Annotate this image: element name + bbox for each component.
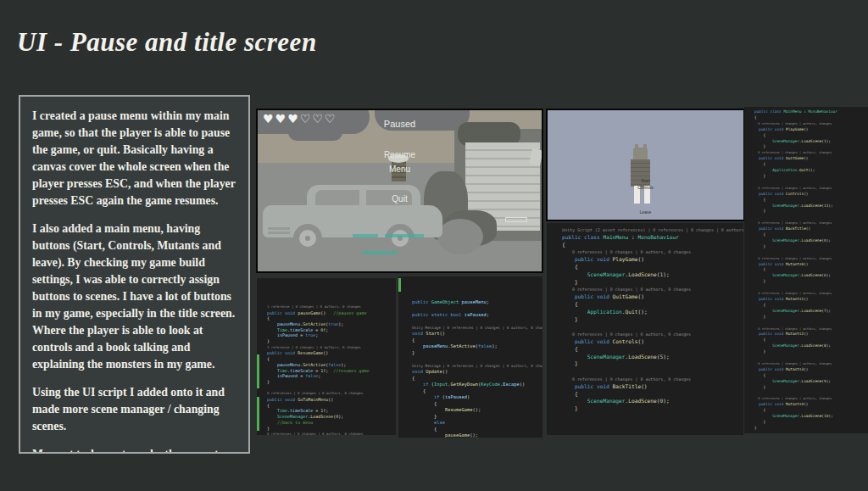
code-line: }: [754, 209, 868, 215]
code-line: Time.timeScale = 1f; //resumes game: [267, 368, 396, 374]
code-line: SceneManager.LoadScene(1);: [562, 271, 743, 279]
code-line: 0 references | 0 changes | 0 authors, 0 …: [562, 286, 743, 293]
code-line: Time.timeScale = 1f;: [267, 408, 396, 414]
code-line: if (Input.GetKeyDown(KeyCode.Escape)): [412, 382, 542, 388]
code-line: public void Controls(): [562, 338, 743, 346]
page: UI - Pause and title screen I created a …: [0, 0, 868, 491]
code-line: [754, 180, 868, 186]
code-line: SceneManager.LoadScene(10);: [754, 414, 868, 420]
debug-text-bar: [385, 234, 424, 237]
quit-button[interactable]: Quit: [258, 194, 542, 204]
notes-paragraph: I also added a main menu, having buttons…: [32, 220, 236, 373]
code-line: [412, 318, 542, 325]
code-line: SceneManager.LoadScene(1);: [754, 139, 868, 145]
code-line: isPaused = false;: [267, 373, 396, 379]
code-line: void Update(): [412, 369, 542, 376]
code-line: public void BackTitle(): [562, 383, 743, 391]
code-line: }: [754, 385, 868, 391]
code-line: public void BackTitle(): [754, 226, 868, 232]
code-line: {: [754, 303, 868, 309]
code-pause-methods: 1 reference | 0 changes | 0 authors, 0 c…: [257, 278, 396, 435]
code-line: }: [754, 279, 868, 285]
code-line: {: [754, 133, 868, 139]
code-line: public void pauseGame() //pauses game: [267, 310, 396, 316]
code-line: [412, 305, 542, 312]
code-line: SceneManager.LoadScene(11);: [754, 204, 868, 209]
start-button[interactable]: Start: [548, 178, 743, 183]
code-line: }: [754, 420, 868, 426]
code-line: public void PlayGame(): [754, 127, 868, 133]
code-line: pauseMenu.SetActive(true);: [267, 321, 396, 327]
code-line: 0 references | changes | authors, change…: [754, 361, 868, 367]
code-line: {: [754, 338, 868, 343]
code-line: 0 references | 0 changes | 0 authors, 0 …: [267, 431, 396, 435]
code-line: {: [267, 315, 396, 321]
code-line: }: [754, 174, 868, 180]
code-line: SceneManager.LoadScene(6);: [754, 273, 868, 279]
code-line: [562, 368, 743, 376]
code-line: void Start(): [412, 331, 542, 338]
code-line: pauseMenu.SetActive(false);: [267, 362, 396, 368]
code-line: }: [412, 350, 542, 357]
code-line: public void PlayGame(): [562, 256, 743, 264]
code-line: pauseGame();: [412, 432, 542, 438]
code-line: }: [562, 405, 743, 413]
code-line: {: [562, 301, 743, 309]
code-line: {: [412, 427, 542, 433]
code-mainmenu-large: Unity Script (2 asset references) | 0 re…: [547, 223, 743, 435]
code-line: SceneManager.LoadScene(0);: [562, 398, 743, 405]
pause-dim-overlay: [258, 110, 542, 271]
code-line: Unity Message | 0 references | 0 changes…: [412, 363, 542, 370]
modified-lines-bar: [257, 354, 259, 388]
code-line: 0 references | changes | authors, change…: [754, 396, 868, 402]
code-line: [562, 323, 743, 331]
code-line: public void Controls(): [754, 192, 868, 198]
resume-button[interactable]: Resume: [258, 150, 542, 159]
modified-lines-bar: [398, 278, 401, 292]
code-line: [754, 285, 868, 291]
code-line: 1 reference | 0 changes | 0 authors, 0 c…: [267, 304, 396, 310]
leave-button[interactable]: Leave: [548, 209, 743, 215]
code-line: }: [562, 360, 743, 368]
debug-text-bar: [363, 251, 397, 254]
code-line: {: [754, 162, 868, 168]
code-line: pauseMenu.SetActive(false);: [412, 343, 542, 350]
controls-button[interactable]: Controls: [548, 185, 743, 190]
code-line: {: [267, 356, 396, 362]
code-line: public GameObject pauseMenu;: [412, 299, 542, 306]
code-line: public void QuitGame(): [754, 156, 868, 162]
code-line: [754, 355, 868, 361]
code-line: public void Mutants2(): [754, 332, 868, 338]
menu-button[interactable]: Menu: [258, 165, 542, 174]
code-line: {: [412, 376, 542, 382]
code-line: }: [754, 315, 868, 321]
code-line: }: [267, 426, 396, 432]
code-line: public void Mutants1(): [754, 297, 868, 303]
code-line: [754, 391, 868, 397]
code-line: }: [754, 244, 868, 250]
code-line: 0 references | changes | authors, change…: [754, 256, 868, 262]
code-line: isPaused = true;: [267, 332, 396, 338]
code-line: if (isPaused): [412, 394, 542, 401]
code-line: [754, 215, 868, 220]
code-line: }: [267, 338, 396, 344]
page-title: UI - Pause and title screen: [17, 27, 317, 58]
code-line: {: [267, 403, 396, 409]
character-head: [633, 148, 648, 160]
debug-text-bar: [353, 234, 378, 237]
code-line: [412, 356, 542, 363]
code-mainmenu-column: public class MainMenu : MonoBehaviour{ 0…: [744, 107, 868, 433]
code-line: {: [562, 242, 743, 249]
code-line: 0 references | changes | authors, change…: [754, 121, 868, 127]
code-line: {: [754, 267, 868, 273]
pause-screenshot: ♥♥♥♡♡♡ Paused Resume Menu Quit: [256, 109, 543, 273]
code-line: public class MainMenu : MonoBehaviour: [754, 109, 868, 115]
code-line: Unity Message | 0 references | 0 changes…: [412, 325, 542, 332]
code-line: public void ResumeGame(): [267, 350, 396, 356]
code-line: 0 references | 0 changes | 0 authors, 0 …: [267, 390, 396, 397]
code-line: Application.Quit();: [562, 309, 743, 316]
code-line: {: [562, 346, 743, 354]
notes-panel: I created a pause menu within my main ga…: [19, 95, 250, 454]
code-line: 0 references | changes | authors, change…: [754, 150, 868, 156]
notes-paragraph: Using the UI script I added onto it and …: [32, 384, 236, 435]
